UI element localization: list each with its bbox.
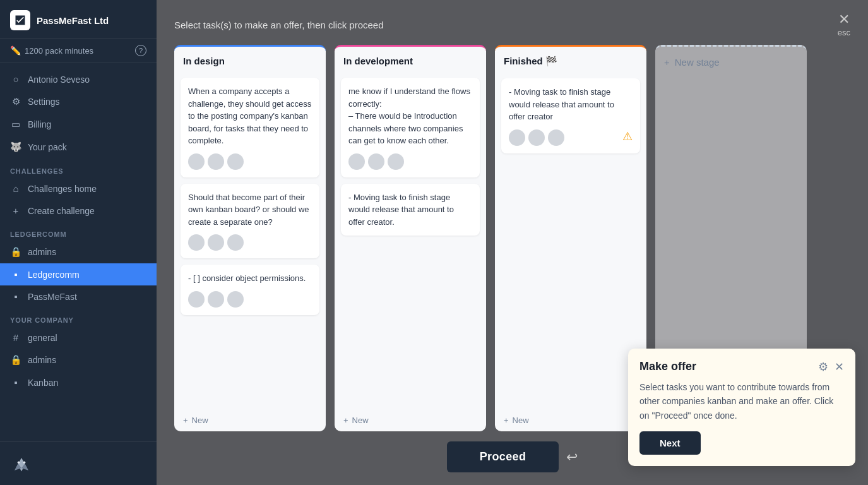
avatar — [208, 153, 224, 170]
sidebar: PassMeFast Ltd ✏️ 1200 pack minutes ? ○ … — [0, 0, 157, 485]
back-icon[interactable]: ↩ — [566, 449, 578, 465]
new-stage-area: + New stage — [655, 47, 807, 78]
sidebar-item-your-pack[interactable]: 🐺 Your pack — [0, 136, 157, 159]
sidebar-item-admins[interactable]: 🔒 admins — [0, 241, 157, 263]
company-logo — [10, 10, 30, 30]
sidebar-item-label: admins — [28, 247, 56, 257]
sidebar-item-label: PassMeFast — [28, 292, 77, 302]
home-icon: ⌂ — [10, 183, 21, 194]
pack-nav-icon: 🐺 — [10, 141, 21, 153]
plus-icon: + — [504, 416, 509, 425]
warning-icon: ⚠ — [622, 129, 633, 146]
proceed-button[interactable]: Proceed — [447, 441, 559, 472]
sidebar-item-antonio[interactable]: ○ Antonio Seveso — [0, 68, 157, 90]
sidebar-item-create-challenge[interactable]: + Create challenge — [0, 200, 157, 222]
modal-overlay: Select task(s) to make an offer, then cl… — [157, 0, 868, 485]
card-design-3-avatars — [188, 291, 312, 308]
avatar — [188, 153, 205, 170]
svg-point-0 — [18, 461, 20, 464]
sidebar-item-label: general — [28, 333, 57, 343]
card-dev-1[interactable]: me know if I understand the flows correc… — [341, 78, 480, 177]
column-in-design: In design When a company accepts a chall… — [174, 45, 326, 431]
lock2-icon: 🔒 — [10, 354, 21, 366]
avatar — [528, 129, 545, 146]
pack-icon: ✏️ — [10, 45, 21, 56]
column-in-design-body: When a company accepts a challenge, they… — [174, 73, 326, 409]
card-dev-2-text: - Moving task to finish stage would rele… — [348, 191, 472, 229]
sidebar-item-label: Challenges home — [28, 184, 97, 194]
add-new-design[interactable]: + New — [174, 409, 326, 431]
avatar — [368, 153, 384, 170]
sidebar-item-label: Settings — [28, 97, 60, 107]
company-name: PassMeFast Ltd — [37, 15, 109, 26]
modal-close-button[interactable]: ✕ esc — [838, 13, 850, 37]
wolf-logo — [10, 452, 33, 475]
add-new-finished[interactable]: + New — [495, 409, 646, 431]
tooltip-actions: ⚙ ✕ — [818, 360, 844, 374]
challenges-section-label: CHALLENGES — [0, 159, 157, 177]
card-finished-1[interactable]: - Moving task to finish stage would rele… — [501, 78, 640, 153]
plus-icon: + — [343, 416, 348, 425]
avatar — [208, 234, 224, 251]
sidebar-item-kanban[interactable]: ▪ Kanban — [0, 371, 157, 393]
modal-instruction: Select task(s) to make an offer, then cl… — [174, 20, 384, 30]
avatar — [188, 234, 205, 251]
avatar — [509, 129, 525, 146]
column-finished-title: Finished 🏁 — [504, 56, 557, 66]
column-in-design-title: In design — [183, 56, 225, 66]
main-content: Select task(s) to make an offer, then cl… — [157, 0, 868, 485]
gear-icon: ⚙ — [10, 96, 21, 107]
column-in-development: In development me know if I understand t… — [335, 45, 486, 431]
sidebar-item-company-admins[interactable]: 🔒 admins — [0, 349, 157, 371]
lock-icon: 🔒 — [10, 246, 21, 258]
close-x-icon: ✕ — [838, 13, 850, 27]
sidebar-item-billing[interactable]: ▭ Billing — [0, 113, 157, 136]
card-design-1[interactable]: When a company accepts a challenge, they… — [181, 78, 319, 177]
avatar — [227, 153, 244, 170]
card-design-2-avatars — [188, 234, 312, 251]
sidebar-nav: ○ Antonio Seveso ⚙ Settings ▭ Billing 🐺 … — [0, 63, 157, 441]
board2-icon: ▪ — [10, 291, 21, 302]
user-icon: ○ — [10, 74, 21, 85]
modal-header: Select task(s) to make an offer, then cl… — [157, 0, 868, 45]
card-design-1-text: When a company accepts a challenge, they… — [188, 85, 312, 147]
column-finished-body: - Moving task to finish stage would rele… — [495, 73, 646, 409]
avatar — [227, 234, 244, 251]
avatar — [548, 129, 564, 146]
board-icon: ▪ — [10, 269, 21, 280]
sidebar-header: PassMeFast Ltd — [0, 0, 157, 39]
card-finished-1-avatars: ⚠ — [509, 129, 633, 146]
add-new-dev-label: New — [352, 416, 369, 425]
add-new-finished-label: New — [513, 416, 529, 425]
plus-icon: + — [183, 416, 188, 425]
add-new-stage-button[interactable]: + New stage — [664, 57, 720, 68]
make-offer-tooltip: Make offer ⚙ ✕ Select tasks you want to … — [628, 349, 855, 466]
tooltip-header: Make offer ⚙ ✕ — [639, 360, 844, 374]
sidebar-item-ledgercomm[interactable]: ▪ Ledgercomm — [0, 263, 157, 285]
pack-minutes-bar: ✏️ 1200 pack minutes ? — [0, 39, 157, 63]
card-design-3-text: - [ ] consider object permissions. — [188, 272, 312, 285]
tooltip-next-button[interactable]: Next — [639, 431, 701, 455]
tooltip-body: Select tasks you want to contribute towa… — [639, 380, 844, 422]
kanban-icon: ▪ — [10, 377, 21, 388]
help-icon[interactable]: ? — [135, 45, 146, 56]
column-in-development-body: me know if I understand the flows correc… — [335, 73, 486, 409]
settings-icon[interactable]: ⚙ — [818, 360, 828, 374]
sidebar-item-challenges-home[interactable]: ⌂ Challenges home — [0, 177, 157, 200]
column-finished: Finished 🏁 - Moving task to finish stage… — [495, 45, 646, 431]
sidebar-item-passmeFast[interactable]: ▪ PassMeFast — [0, 285, 157, 308]
card-dev-2[interactable]: - Moving task to finish stage would rele… — [341, 184, 480, 236]
card-design-2[interactable]: Should that become part of their own kan… — [181, 184, 319, 259]
plus-icon: + — [664, 57, 670, 68]
sidebar-item-label: Billing — [28, 119, 51, 129]
sidebar-item-general[interactable]: # general — [0, 326, 157, 349]
your-company-section-label: Your company — [0, 308, 157, 326]
card-design-3[interactable]: - [ ] consider object permissions. — [181, 265, 319, 315]
sidebar-footer — [0, 441, 157, 485]
tooltip-close-icon[interactable]: ✕ — [835, 360, 844, 374]
avatar — [208, 291, 224, 308]
sidebar-item-settings[interactable]: ⚙ Settings — [0, 90, 157, 113]
avatar — [227, 291, 244, 308]
hash-icon: # — [10, 332, 21, 343]
add-new-dev[interactable]: + New — [335, 409, 486, 431]
